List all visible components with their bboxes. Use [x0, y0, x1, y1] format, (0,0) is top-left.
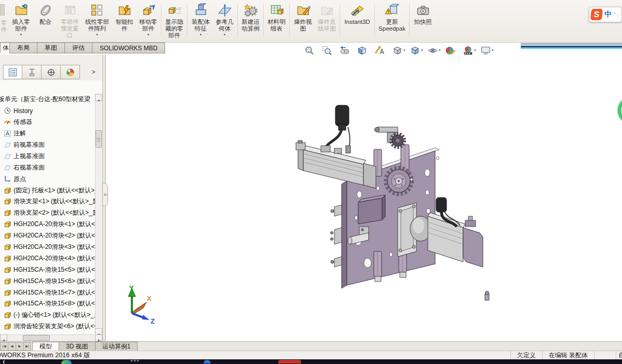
tree-part[interactable]: HGH15CA-滑块15<5> (默认<<: [0, 264, 95, 275]
bill-of-materials-button[interactable]: 材料明细表: [265, 2, 289, 39]
exploded-view-button[interactable]: 爆炸视图: [291, 2, 315, 39]
clipped-label: 零 件: [1, 20, 7, 33]
clipped-icon: [0, 4, 5, 16]
view-orientation-button[interactable]: ▾: [391, 45, 408, 57]
show-hidden-components-button[interactable]: 显示隐藏的零部件: [163, 2, 187, 39]
tree-top-plane[interactable]: 上视基准面: [0, 150, 95, 162]
scroll-right-button[interactable]: [95, 334, 102, 341]
tab-3d-views[interactable]: 3D 视图: [59, 342, 95, 351]
explode-line-sketch-button[interactable]: 爆炸直线草图: [315, 2, 340, 39]
model-servo-motor-left[interactable]: [296, 105, 376, 188]
model-gearbox-block[interactable]: [358, 195, 385, 224]
update-speedpak-button[interactable]: 更新Speedpak: [376, 2, 409, 39]
tree-part[interactable]: 滑块支架<2> (默认<<默认>_显: [0, 207, 95, 219]
view-settings-button[interactable]: ▾: [480, 45, 496, 57]
previous-view-button[interactable]: [339, 45, 355, 57]
sogou-ime-bar[interactable]: S 中 °，: [589, 7, 622, 22]
sogou-logo-icon[interactable]: S: [590, 9, 603, 20]
tab-model[interactable]: 模型: [32, 342, 59, 351]
reference-geometry-button[interactable]: 参考几何体 ▾: [213, 2, 237, 39]
linear-component-pattern-button[interactable]: 线性零部件阵列 ▾: [82, 2, 112, 39]
ime-mode-indicator[interactable]: 中: [604, 10, 612, 19]
tree-part[interactable]: HGH15CA-滑块15<7> (默认<<: [0, 287, 95, 298]
tab-solidworks-mbd[interactable]: SOLIDWORKS MBD: [92, 43, 165, 53]
tree-part[interactable]: HGH15CA-滑块15<6> (默认<<: [0, 275, 95, 287]
component-preview-window-button[interactable]: 零部件预览窗口: [58, 2, 82, 39]
tab-scroll-first-button[interactable]: |◀: [0, 342, 8, 351]
tree-item-label: (固定) 托板<1> (默认<<默认>_: [13, 186, 95, 195]
horizontal-scrollbar-thumb[interactable]: [23, 335, 50, 341]
horizontal-scrollbar[interactable]: [0, 334, 102, 341]
zoom-to-area-button[interactable]: [321, 45, 337, 57]
tree-history[interactable]: History: [0, 105, 95, 117]
tree-part[interactable]: (-) 偏心销<1> (默认<<默认>_显: [0, 310, 95, 321]
scroll-left-button[interactable]: [0, 334, 7, 341]
tab-scroll-last-button[interactable]: ▶|: [23, 342, 31, 351]
new-motion-study-button[interactable]: 新建运动算例: [239, 2, 263, 39]
tab-motion-study-1[interactable]: 运动算例1: [95, 342, 138, 351]
view-tool-icon: [321, 45, 332, 56]
assembly-features-button[interactable]: 装配体特征 ▾: [188, 2, 213, 39]
windows-taskbar-sliver[interactable]: [0, 359, 622, 364]
panel-collapse-handle[interactable]: [102, 183, 108, 206]
tree-item-label: HGH20CA-20滑块<4> (默认<<: [13, 254, 95, 263]
taskbar-app-icon[interactable]: [278, 360, 301, 363]
apply-scene-button[interactable]: ▾: [462, 45, 478, 57]
propertymanager-tab[interactable]: [22, 65, 42, 79]
display-style-button[interactable]: ▾: [409, 45, 425, 57]
taskbar-overflow-icon[interactable]: [131, 360, 139, 361]
tree-part[interactable]: HGH20CA-20滑块<4> (默认<<: [0, 253, 95, 264]
tab-assembly[interactable]: 体: [0, 43, 10, 53]
tab-layout[interactable]: 布局: [10, 43, 37, 53]
scroll-up-button[interactable]: [95, 94, 102, 101]
tree-annotations[interactable]: 注解: [0, 128, 95, 139]
ribbon-button-label: 移动零部件: [137, 19, 159, 32]
assembly-model[interactable]: [280, 96, 498, 327]
tree-part[interactable]: HGH20CA-20滑块<2> (默认<<: [0, 230, 95, 242]
instant3d-button[interactable]: Instant3D: [341, 2, 374, 39]
tab-sketch[interactable]: 草图: [37, 43, 65, 53]
tree-item-label: HGH15CA-滑块15<8> (默认<<: [13, 299, 95, 308]
panel-tab-icon: [46, 67, 56, 77]
configurationmanager-tab[interactable]: [42, 65, 61, 79]
hide-show-items-button[interactable]: ▾: [427, 45, 443, 57]
edit-appearance-button[interactable]: [444, 45, 461, 57]
annotation-views-button[interactable]: [374, 45, 390, 57]
tab-scroll-prev-button[interactable]: ◀: [8, 342, 16, 351]
vertical-scrollbar-thumb[interactable]: [96, 130, 102, 148]
tree-right-plane[interactable]: 右视基准面: [0, 162, 95, 173]
displaymanager-tab[interactable]: [61, 65, 80, 79]
take-snapshot-button[interactable]: 拍快照: [411, 2, 435, 39]
view-tool-icon: [304, 45, 315, 56]
tree-root-assembly[interactable]: 板单元（新宝-台达-配60型材竖梁: [0, 94, 95, 105]
taskbar-app-icon[interactable]: [204, 360, 211, 363]
ime-punctuation-indicator[interactable]: °，: [614, 11, 620, 18]
section-view-button[interactable]: [356, 45, 372, 57]
featuremanager-tree-tab[interactable]: [3, 65, 22, 79]
smart-fasteners-button[interactable]: 智能扣件: [112, 2, 137, 39]
tree-part[interactable]: 润滑齿轮安装支架<6> (默认<<默: [0, 321, 95, 332]
tree-origin[interactable]: 原点: [0, 173, 95, 185]
tab-scroll-next-button[interactable]: ▶: [16, 342, 23, 351]
chevron-down-icon: ▾: [20, 33, 22, 37]
tree-part[interactable]: 滑块支架<1> (默认<<默认>_显: [0, 196, 95, 207]
mate-button[interactable]: 配合: [33, 2, 58, 39]
taskbar-start-icon[interactable]: [3, 360, 8, 364]
tree-item-icon: [4, 243, 11, 251]
custom-status-partial[interactable]: 自: [616, 351, 622, 359]
tree-part[interactable]: (固定) 托板<1> (默认<<默认>_: [0, 185, 95, 196]
tab-evaluate[interactable]: 评估: [65, 43, 92, 53]
tree-sensors[interactable]: 传感器: [0, 117, 95, 128]
tree-part[interactable]: HGH15CA-滑块15<8> (默认<<: [0, 298, 95, 310]
insert-components-button[interactable]: 插入零部件 ▾: [9, 2, 33, 39]
tree-part[interactable]: HGH20CA-20滑块<3> (默认<<: [0, 242, 95, 253]
tree-front-plane[interactable]: 前视基准面: [0, 139, 95, 151]
panel-expand-button[interactable]: >: [88, 65, 99, 79]
tree-part[interactable]: HGH20CA-20滑块<1> (默认<<: [0, 219, 95, 230]
floating-assistant-widget[interactable]: [615, 95, 622, 126]
move-component-button[interactable]: 移动零部件 ▾: [137, 2, 161, 39]
model-small-fastener[interactable]: [485, 291, 489, 301]
zoom-to-fit-button[interactable]: [303, 45, 319, 57]
taskbar-app-icon[interactable]: [61, 360, 72, 364]
clipped-toolbar-button[interactable]: 零 件: [0, 3, 8, 39]
